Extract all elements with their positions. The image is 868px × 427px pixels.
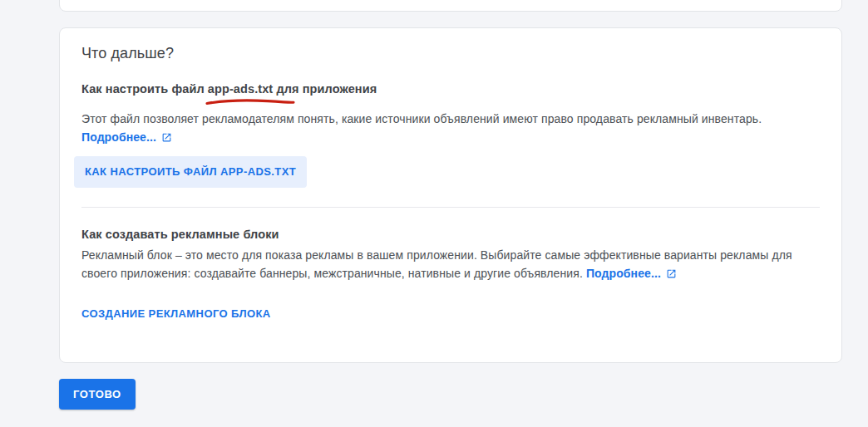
- card-title: Что дальше?: [81, 45, 820, 62]
- heading-marked-text: app-ads.txt: [208, 82, 273, 96]
- learn-more-label: Подробнее...: [81, 130, 156, 144]
- page-background: Что дальше? Как настроить файл app-ads.t…: [0, 0, 868, 427]
- previous-card-fragment: [59, 0, 842, 12]
- body-text: Рекламный блок – это место для показа ре…: [81, 248, 792, 280]
- section-heading-ad-units: Как создавать рекламные блоки: [81, 228, 820, 241]
- section-body-ad-units: Рекламный блок – это место для показа ре…: [81, 246, 820, 282]
- heading-marked-term: app-ads.txt: [208, 82, 273, 96]
- create-ad-unit-button[interactable]: СОЗДАНИЕ РЕКЛАМНОГО БЛОКА: [81, 307, 271, 320]
- section-body-app-ads: Этот файл позволяет рекламодателям понят…: [81, 110, 820, 146]
- learn-more-link-ad-units[interactable]: Подробнее...: [586, 267, 677, 280]
- section-ad-units: Как создавать рекламные блоки Рекламный …: [81, 228, 820, 321]
- section-app-ads-txt: Как настроить файл app-ads.txt для прило…: [81, 82, 820, 188]
- open-in-new-icon: [161, 132, 172, 143]
- open-in-new-icon: [666, 268, 677, 279]
- whats-next-card: Что дальше? Как настроить файл app-ads.t…: [59, 27, 842, 363]
- body-text: Этот файл позволяет рекламодателям понят…: [81, 112, 762, 125]
- section-divider: [81, 207, 820, 208]
- done-button[interactable]: ГОТОВО: [59, 379, 136, 410]
- red-underline-annotation-icon: [205, 98, 296, 106]
- learn-more-link-app-ads[interactable]: Подробнее...: [81, 130, 172, 144]
- heading-text-prefix: Как настроить файл: [81, 82, 208, 96]
- setup-app-ads-txt-button[interactable]: КАК НАСТРОИТЬ ФАЙЛ APP-ADS.TXT: [74, 156, 307, 188]
- section-heading-app-ads: Как настроить файл app-ads.txt для прило…: [81, 82, 820, 96]
- learn-more-label: Подробнее...: [586, 267, 661, 280]
- heading-text-suffix: для приложения: [273, 82, 377, 96]
